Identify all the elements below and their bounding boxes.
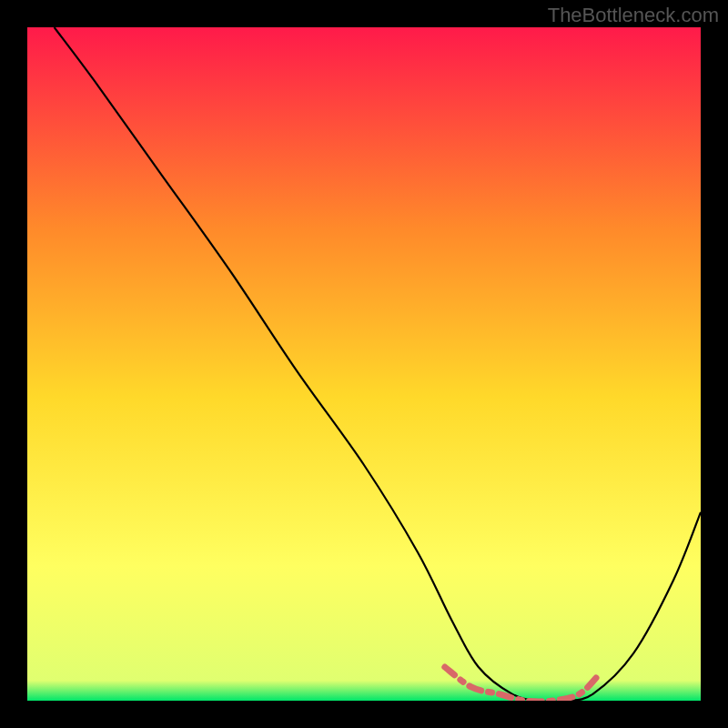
chart-plot-area bbox=[27, 27, 701, 701]
watermark-text: TheBottleneck.com bbox=[548, 4, 719, 27]
chart-svg bbox=[27, 27, 701, 701]
